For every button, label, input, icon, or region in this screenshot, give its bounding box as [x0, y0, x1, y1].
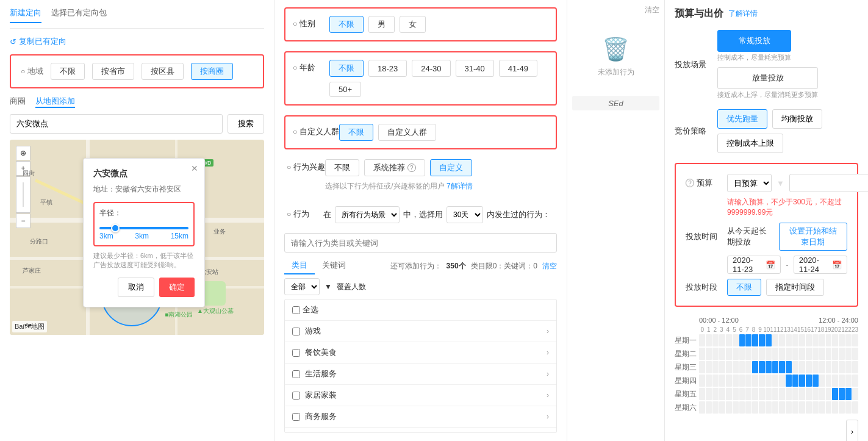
- hour-cell-星期二-5[interactable]: [733, 348, 739, 360]
- hour-cell-星期一-1[interactable]: [706, 334, 712, 346]
- radius-opt-3[interactable]: 15km: [171, 232, 188, 240]
- hour-cell-星期六-20[interactable]: [832, 401, 838, 414]
- hour-cell-星期六-9[interactable]: [759, 401, 765, 414]
- hour-cell-星期五-10[interactable]: [766, 388, 772, 400]
- hour-cell-星期三-12[interactable]: [779, 361, 785, 373]
- hour-cell-星期二-18[interactable]: [819, 348, 825, 360]
- region-province-btn[interactable]: 按省市: [92, 63, 134, 80]
- hour-cell-星期五-1[interactable]: [706, 388, 712, 400]
- hour-cell-星期四-14[interactable]: [792, 375, 798, 387]
- hour-cell-星期四-17[interactable]: [812, 375, 819, 387]
- hour-cell-星期二-1[interactable]: [706, 348, 712, 360]
- hour-cell-星期三-17[interactable]: [812, 361, 819, 373]
- hour-cell-星期五-17[interactable]: [812, 388, 819, 400]
- budget-info-icon[interactable]: ?: [686, 179, 694, 187]
- hour-cell-星期二-22[interactable]: [845, 348, 852, 360]
- hour-cell-星期二-0[interactable]: [699, 348, 705, 360]
- hour-cell-星期六-4[interactable]: [726, 401, 732, 414]
- hour-cell-星期三-20[interactable]: [832, 361, 838, 373]
- hour-cell-星期二-4[interactable]: [726, 348, 732, 360]
- hour-cell-星期五-6[interactable]: [739, 388, 745, 400]
- hour-cell-星期五-7[interactable]: [745, 388, 751, 400]
- hour-cell-星期一-7[interactable]: [745, 334, 751, 346]
- hour-cell-星期一-10[interactable]: [766, 334, 772, 346]
- hour-cell-星期四-0[interactable]: [699, 375, 705, 387]
- behavior-unlimited-btn[interactable]: 不限: [325, 159, 359, 176]
- placement-normal-btn[interactable]: 常规投放: [717, 30, 791, 52]
- hour-cell-星期二-7[interactable]: [745, 348, 751, 360]
- hour-cell-星期五-0[interactable]: [699, 388, 705, 400]
- hour-cell-星期五-2[interactable]: [712, 388, 719, 400]
- select-all-checkbox[interactable]: [292, 306, 300, 314]
- cat-item-life[interactable]: 生活服务 ›: [285, 364, 556, 385]
- cat-checkbox-games[interactable]: [292, 328, 300, 335]
- hour-cell-星期一-16[interactable]: [806, 334, 812, 346]
- zoom-out-btn[interactable]: −: [16, 213, 30, 228]
- hour-cell-星期五-14[interactable]: [792, 388, 798, 400]
- hour-cell-星期四-3[interactable]: [719, 375, 725, 387]
- hour-cell-星期六-23[interactable]: [852, 401, 858, 414]
- compass-btn[interactable]: ⊕: [16, 146, 30, 160]
- hour-cell-星期三-18[interactable]: [819, 361, 825, 373]
- tab-business-circle[interactable]: 商圈: [10, 96, 26, 108]
- hour-cell-星期四-12[interactable]: [779, 375, 785, 387]
- hour-cell-星期三-4[interactable]: [726, 361, 732, 373]
- hour-cell-星期一-15[interactable]: [799, 334, 805, 346]
- tab-add-from-map[interactable]: 从地图添加: [35, 96, 75, 108]
- hour-cell-星期一-4[interactable]: [726, 334, 732, 346]
- hour-cell-星期三-15[interactable]: [799, 361, 805, 373]
- hour-cell-星期二-2[interactable]: [712, 348, 719, 360]
- hour-cell-星期二-17[interactable]: [812, 348, 819, 360]
- hour-cell-星期六-0[interactable]: [699, 401, 705, 414]
- cat-checkbox-food[interactable]: [292, 349, 300, 357]
- behavior-custom-btn[interactable]: 自定义: [430, 159, 472, 176]
- hour-cell-星期二-13[interactable]: [786, 348, 792, 360]
- age-41-49-btn[interactable]: 41-49: [499, 60, 537, 77]
- hour-cell-星期三-11[interactable]: [772, 361, 778, 373]
- hour-cell-星期三-13[interactable]: [786, 361, 792, 373]
- hour-cell-星期六-19[interactable]: [826, 401, 832, 414]
- hour-cell-星期一-0[interactable]: [699, 334, 705, 346]
- hour-cell-星期一-12[interactable]: [779, 334, 785, 346]
- hour-cell-星期二-16[interactable]: [806, 348, 812, 360]
- hour-cell-星期三-6[interactable]: [739, 361, 745, 373]
- hour-cell-星期一-3[interactable]: [719, 334, 725, 346]
- radius-opt-1[interactable]: 3km: [99, 232, 113, 240]
- hour-cell-星期三-21[interactable]: [839, 361, 845, 373]
- hour-cell-星期四-10[interactable]: [766, 375, 772, 387]
- hour-cell-星期六-16[interactable]: [806, 401, 812, 414]
- hour-cell-星期六-10[interactable]: [766, 401, 772, 414]
- category-filter-select[interactable]: 全部: [284, 278, 320, 295]
- hour-cell-星期五-20[interactable]: [832, 388, 838, 400]
- hour-cell-星期三-22[interactable]: [845, 361, 852, 373]
- hour-cell-星期六-3[interactable]: [719, 401, 725, 414]
- strategy-priority-btn[interactable]: 优先跑量: [717, 109, 767, 129]
- tab-keyword[interactable]: 关键词: [315, 257, 353, 274]
- radius-opt-2[interactable]: 3km: [135, 232, 149, 240]
- hour-cell-星期三-2[interactable]: [712, 361, 719, 373]
- behavior-clear-all[interactable]: 清空: [645, 5, 659, 15]
- hour-cell-星期三-8[interactable]: [752, 361, 758, 373]
- hour-cell-星期四-19[interactable]: [826, 375, 832, 387]
- hour-cell-星期一-11[interactable]: [772, 334, 778, 346]
- region-district-btn[interactable]: 按区县: [142, 63, 184, 80]
- strategy-cost-control-btn[interactable]: 控制成本上限: [717, 134, 783, 153]
- hour-cell-星期六-17[interactable]: [812, 401, 819, 414]
- hour-cell-星期六-14[interactable]: [792, 401, 798, 414]
- placement-normal[interactable]: 常规投放 控制成本，尽量耗完预算: [717, 30, 791, 62]
- region-unlimited-btn[interactable]: 不限: [51, 63, 85, 80]
- hour-cell-星期二-14[interactable]: [792, 348, 798, 360]
- hour-cell-星期一-17[interactable]: [812, 334, 819, 346]
- end-date-input[interactable]: 2020-11-24 📅: [794, 256, 847, 274]
- hour-cell-星期六-7[interactable]: [745, 401, 751, 414]
- hour-cell-星期六-21[interactable]: [839, 401, 845, 414]
- hour-cell-星期四-11[interactable]: [772, 375, 778, 387]
- hour-cell-星期六-13[interactable]: [786, 401, 792, 414]
- hour-cell-星期四-18[interactable]: [819, 375, 825, 387]
- slot-custom-btn[interactable]: 指定时间段: [766, 279, 824, 296]
- hour-cell-星期二-23[interactable]: [852, 348, 858, 360]
- hour-cell-星期五-11[interactable]: [772, 388, 778, 400]
- hour-cell-星期五-21[interactable]: [839, 388, 845, 400]
- region-circle-btn[interactable]: 按商圈: [191, 63, 233, 80]
- budget-type-select[interactable]: 日预算: [727, 174, 772, 192]
